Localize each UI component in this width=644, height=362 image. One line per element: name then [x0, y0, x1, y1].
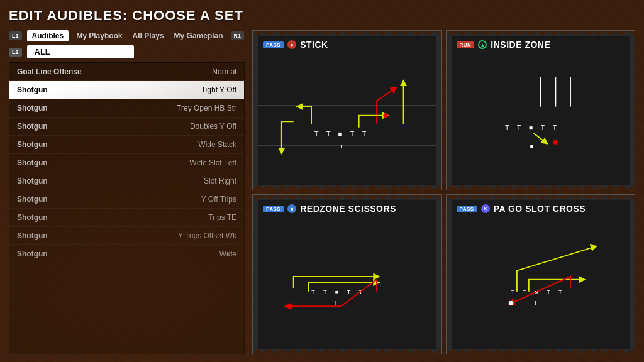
svg-text:T: T — [558, 288, 562, 295]
play-card-redzone-scissors[interactable]: PASS ■ REDZONE SCISSORS T T ■ T T — [252, 194, 442, 354]
play-type-pass: PASS — [263, 41, 284, 48]
svg-text:T: T — [511, 288, 514, 295]
svg-line-18 — [533, 133, 545, 142]
play-list-item-selected[interactable]: Shotgun Tight Y Off — [9, 81, 244, 99]
play-card-pa-go-slot-cross[interactable]: PASS ✕ PA GO SLOT CROSS T T ■ T T — [446, 194, 636, 354]
play-name: STICK — [300, 40, 328, 50]
l1-badge: L1 — [9, 31, 22, 40]
svg-text:T: T — [347, 288, 351, 295]
l2-badge: L2 — [9, 48, 22, 57]
tabs-row: L1 Audibles My Playbook All Plays My Gam… — [9, 30, 245, 41]
triangle-button-icon: ▲ — [478, 40, 487, 49]
r1-badge: R1 — [231, 31, 245, 40]
svg-text:T: T — [547, 288, 550, 295]
svg-text:I: I — [335, 300, 336, 306]
right-panel: PASS ● STICK T T ■ — [252, 30, 635, 354]
play-card-header: PASS ✕ PA GO SLOT CROSS — [452, 200, 630, 216]
svg-text:T: T — [323, 288, 327, 295]
play-list-item[interactable]: Shotgun Y Off Trips — [9, 190, 244, 209]
svg-text:T: T — [311, 288, 315, 295]
play-card-header: PASS ● STICK — [258, 36, 436, 52]
svg-point-7 — [383, 113, 388, 118]
svg-text:■: ■ — [338, 130, 343, 138]
svg-text:T: T — [505, 124, 509, 131]
play-card-inside-zone[interactable]: RUN ▲ INSIDE ZONE T T ■ — [446, 30, 636, 190]
play-diagram-stick: T T ■ T T I — [258, 52, 436, 185]
tab-my-playbook[interactable]: My Playbook — [74, 30, 125, 41]
svg-text:T: T — [362, 130, 366, 138]
filter-dropdown[interactable]: ALL — [27, 45, 134, 58]
play-list: Goal Line Offense Normal Shotgun Tight Y… — [9, 62, 245, 354]
play-name: PA GO SLOT CROSS — [494, 204, 586, 214]
svg-text:T: T — [314, 130, 319, 138]
play-type-pass: PASS — [263, 206, 284, 212]
play-diagram-inside-zone: T T ■ T T ■ — [452, 52, 630, 185]
play-card-header: RUN ▲ INSIDE ZONE — [452, 36, 630, 52]
svg-text:T: T — [552, 124, 557, 131]
play-list-item[interactable]: Shotgun Y Trips Offset Wk — [9, 227, 244, 245]
play-diagram-pa-go-slot-cross: T T ■ T T I — [452, 216, 630, 349]
svg-text:T: T — [516, 124, 521, 131]
svg-point-25 — [288, 304, 293, 309]
play-card-stick[interactable]: PASS ● STICK T T ■ — [252, 30, 442, 190]
main-container: EDIT AUDIBLES: CHOOSE A SET L1 Audibles … — [0, 0, 644, 362]
play-type-pass: PASS — [457, 206, 477, 212]
svg-text:■: ■ — [335, 288, 339, 295]
play-name: REDZONE SCISSORS — [300, 204, 396, 214]
play-list-item[interactable]: Shotgun Doubles Y Off — [9, 118, 244, 136]
play-name: INSIDE ZONE — [491, 40, 550, 50]
svg-point-17 — [553, 140, 558, 145]
play-list-item[interactable]: Shotgun Slot Right — [9, 172, 244, 190]
play-list-item[interactable]: Shotgun Trips TE — [9, 209, 244, 227]
play-list-item[interactable]: Shotgun Trey Open HB Str — [9, 99, 244, 118]
svg-point-32 — [508, 301, 513, 306]
tab-all-plays[interactable]: All Plays — [130, 30, 167, 41]
play-diagram-redzone-scissors: T T ■ T T I — [258, 216, 436, 349]
circle-button-icon: ● — [287, 40, 296, 49]
svg-text:T: T — [326, 130, 331, 138]
page-title: EDIT AUDIBLES: CHOOSE A SET — [9, 8, 635, 24]
svg-text:T: T — [523, 288, 526, 295]
svg-text:■: ■ — [530, 143, 533, 150]
tab-audibles[interactable]: Audibles — [27, 30, 69, 41]
content-area: L1 Audibles My Playbook All Plays My Gam… — [9, 30, 635, 354]
play-card-header: PASS ■ REDZONE SCISSORS — [258, 200, 436, 216]
left-panel: L1 Audibles My Playbook All Plays My Gam… — [9, 30, 245, 354]
svg-text:I: I — [535, 300, 536, 306]
play-type-run: RUN — [457, 41, 475, 48]
play-list-item[interactable]: Shotgun Wide Stack — [9, 136, 244, 154]
svg-text:T: T — [540, 124, 545, 131]
play-list-item[interactable]: Shotgun Wide — [9, 245, 244, 263]
svg-text:I: I — [341, 143, 343, 150]
svg-text:T: T — [350, 130, 354, 138]
tab-my-gameplan[interactable]: My Gameplan — [172, 30, 226, 41]
x-button-icon: ✕ — [481, 204, 490, 213]
filter-row: L2 ALL — [9, 45, 245, 58]
square-button-icon: ■ — [287, 204, 296, 213]
svg-text:■: ■ — [528, 124, 532, 131]
play-list-item[interactable]: Shotgun Wide Slot Left — [9, 154, 244, 172]
play-list-item[interactable]: Goal Line Offense Normal — [9, 63, 244, 81]
